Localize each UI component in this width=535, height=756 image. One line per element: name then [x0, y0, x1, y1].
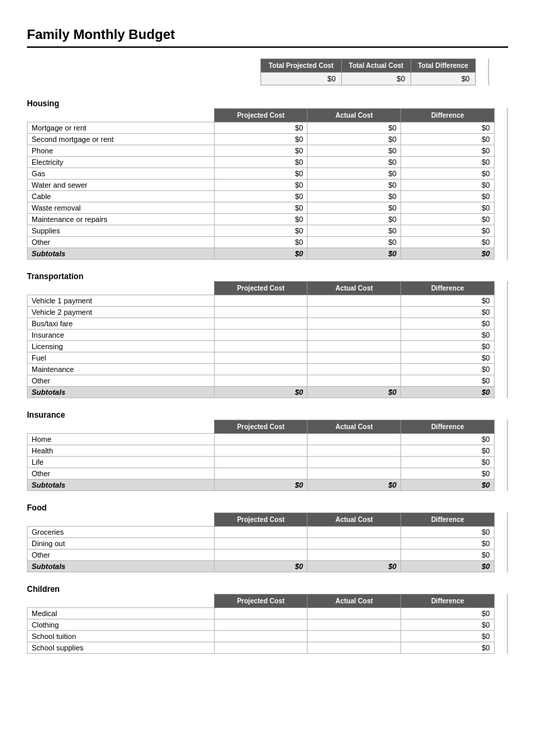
row-actual[interactable]	[308, 468, 401, 480]
row-proj[interactable]	[214, 341, 308, 352]
row-label: School supplies	[28, 642, 215, 654]
row-actual[interactable]	[308, 527, 401, 538]
subtotal-actual: $0	[308, 248, 401, 260]
row-actual[interactable]	[308, 375, 401, 387]
row-proj[interactable]	[214, 468, 308, 480]
row-proj[interactable]	[214, 608, 308, 619]
row-proj[interactable]	[214, 550, 308, 561]
row-actual[interactable]: $0	[308, 202, 401, 214]
row-actual[interactable]	[308, 457, 401, 468]
row-proj[interactable]: $0	[214, 168, 308, 180]
row-label: Clothing	[28, 619, 215, 631]
row-actual[interactable]	[308, 642, 401, 654]
row-actual[interactable]	[308, 295, 401, 307]
table-row: Other $0	[28, 468, 495, 480]
row-proj[interactable]: $0	[214, 237, 308, 248]
row-label: Phone	[28, 145, 215, 157]
row-actual[interactable]: $0	[308, 180, 401, 191]
row-actual[interactable]: $0	[308, 237, 401, 248]
row-proj[interactable]	[214, 434, 308, 445]
subtotal-label: Subtotals	[28, 561, 215, 572]
row-proj[interactable]	[214, 538, 308, 550]
row-actual[interactable]	[308, 434, 401, 445]
row-proj[interactable]	[214, 352, 308, 364]
row-proj[interactable]	[214, 375, 308, 387]
subtotal-row: Subtotals $0 $0 $0	[28, 480, 495, 491]
row-actual[interactable]: $0	[308, 157, 401, 168]
row-actual[interactable]: $0	[308, 191, 401, 202]
table-row: Mortgage or rent $0 $0 $0	[28, 122, 495, 134]
row-proj[interactable]	[214, 295, 308, 307]
table-row: Phone $0 $0 $0	[28, 145, 495, 157]
table-row: Groceries $0	[28, 527, 495, 538]
row-proj[interactable]	[214, 457, 308, 468]
row-proj[interactable]	[214, 330, 308, 341]
col-header-actual: Actual Cost	[308, 595, 401, 608]
row-proj[interactable]: $0	[214, 122, 308, 134]
table-row: Waste removal $0 $0 $0	[28, 202, 495, 214]
row-diff: $0	[401, 330, 495, 341]
col-header-actual: Actual Cost	[308, 513, 401, 527]
row-proj[interactable]	[214, 631, 308, 642]
row-proj[interactable]: $0	[214, 134, 308, 145]
row-proj[interactable]: $0	[214, 225, 308, 237]
row-label: Groceries	[28, 527, 215, 538]
row-actual[interactable]	[308, 550, 401, 561]
row-proj[interactable]	[214, 642, 308, 654]
row-proj[interactable]: $0	[214, 191, 308, 202]
row-actual[interactable]	[308, 445, 401, 457]
row-actual[interactable]: $0	[308, 145, 401, 157]
row-diff: $0	[401, 168, 495, 180]
row-diff: $0	[401, 157, 495, 168]
row-actual[interactable]	[308, 330, 401, 341]
table-row: Medical $0	[28, 608, 495, 619]
row-actual[interactable]	[308, 352, 401, 364]
row-diff: $0	[401, 375, 495, 387]
row-actual[interactable]	[308, 307, 401, 318]
row-proj[interactable]: $0	[214, 180, 308, 191]
row-actual[interactable]	[308, 631, 401, 642]
row-actual[interactable]	[308, 318, 401, 330]
table-row: Maintenance $0	[28, 364, 495, 375]
row-actual[interactable]	[308, 341, 401, 352]
table-row: Home $0	[28, 434, 495, 445]
subtotal-label: Subtotals	[28, 387, 215, 398]
row-actual[interactable]	[308, 619, 401, 631]
table-row: Bus/taxi fare $0	[28, 318, 495, 330]
row-actual[interactable]: $0	[308, 168, 401, 180]
section-housing: Housing Projected Cost Actual Cost Diffe…	[27, 99, 508, 260]
summary-section: Total Projected Cost Total Actual Cost T…	[27, 59, 508, 85]
row-actual[interactable]	[308, 364, 401, 375]
row-proj[interactable]	[214, 307, 308, 318]
col-header-proj: Projected Cost	[214, 513, 308, 527]
row-actual[interactable]	[308, 608, 401, 619]
row-proj[interactable]: $0	[214, 145, 308, 157]
row-actual[interactable]: $0	[308, 214, 401, 225]
summary-header-proj: Total Projected Cost	[261, 59, 342, 73]
row-actual[interactable]: $0	[308, 122, 401, 134]
row-proj[interactable]	[214, 364, 308, 375]
subtotal-proj: $0	[214, 248, 308, 260]
row-proj[interactable]	[214, 318, 308, 330]
row-actual[interactable]: $0	[308, 225, 401, 237]
row-diff: $0	[401, 307, 495, 318]
row-proj[interactable]	[214, 619, 308, 631]
row-actual[interactable]	[308, 538, 401, 550]
row-actual[interactable]: $0	[308, 134, 401, 145]
row-proj[interactable]	[214, 527, 308, 538]
row-diff: $0	[401, 352, 495, 364]
summary-table: Total Projected Cost Total Actual Cost T…	[260, 59, 476, 85]
row-label: Bus/taxi fare	[28, 318, 215, 330]
budget-table-housing: Projected Cost Actual Cost Difference Mo…	[27, 108, 495, 260]
table-row: Water and sewer $0 $0 $0	[28, 180, 495, 191]
row-diff: $0	[401, 202, 495, 214]
budget-table-food: Projected Cost Actual Cost Difference Gr…	[27, 513, 495, 572]
summary-header-actual: Total Actual Cost	[341, 59, 411, 73]
summary-header-diff: Total Difference	[411, 59, 475, 73]
row-label: Maintenance	[28, 364, 215, 375]
row-proj[interactable]	[214, 445, 308, 457]
row-proj[interactable]: $0	[214, 157, 308, 168]
row-proj[interactable]: $0	[214, 202, 308, 214]
subtotal-label: Subtotals	[28, 480, 215, 491]
row-proj[interactable]: $0	[214, 214, 308, 225]
